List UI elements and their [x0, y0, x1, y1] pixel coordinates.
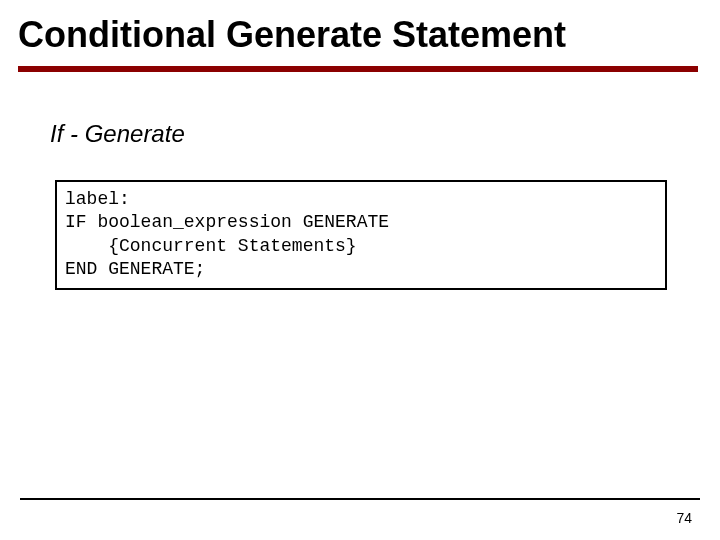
slide: Conditional Generate Statement If - Gene…	[0, 0, 720, 540]
code-line-4: END GENERATE;	[65, 259, 205, 279]
code-line-2: IF boolean_expression GENERATE	[65, 212, 389, 232]
code-line-1: label:	[65, 189, 130, 209]
section-subtitle: If - Generate	[50, 120, 185, 148]
title-underline	[18, 66, 698, 72]
page-title: Conditional Generate Statement	[18, 14, 566, 56]
code-line-3: {Concurrent Statements}	[65, 236, 357, 256]
code-block: label: IF boolean_expression GENERATE {C…	[55, 180, 667, 290]
footer-divider	[20, 498, 700, 500]
page-number: 74	[676, 510, 692, 526]
